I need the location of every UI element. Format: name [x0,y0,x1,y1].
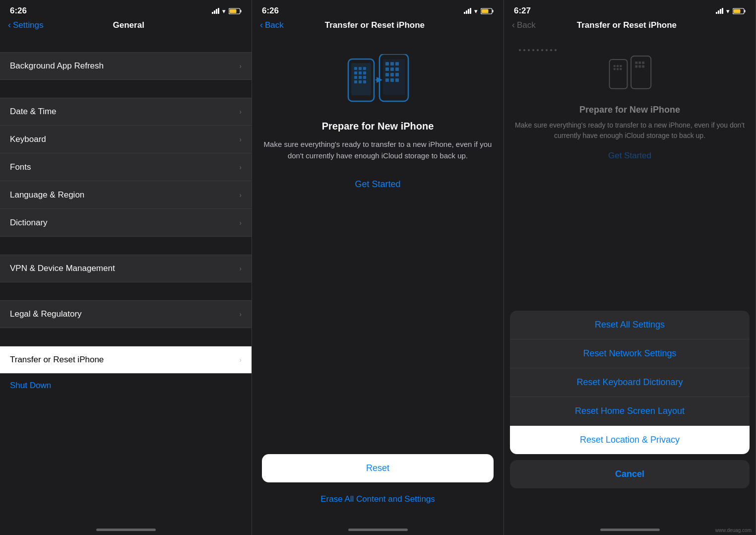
bg-transfer-icon [608,55,652,95]
shut-down-link[interactable]: Shut Down [10,381,51,390]
transfer-main: Prepare for New iPhone Make sure everyth… [252,34,504,454]
svg-rect-42 [617,68,619,70]
list-item-dictionary[interactable]: Dictionary › [0,209,252,237]
home-indicator-1 [0,518,252,535]
reset-all-settings-label: Reset All Settings [595,320,665,330]
svg-rect-13 [363,71,366,74]
dot-4 [532,49,534,51]
list-item-language[interactable]: Language & Region › [0,181,252,209]
section-transfer: Transfer or Reset iPhone › [0,346,252,374]
list-item-keyboard[interactable]: Keyboard › [0,126,252,153]
cancel-button[interactable]: Cancel [510,460,750,488]
reset-home-screen-item[interactable]: Reset Home Screen Layout [510,397,750,426]
panel-reset-menu: 6:27 ▾ ‹ Back Transfer or Reset iPhone [504,0,756,535]
list-gap-1 [0,80,252,98]
reset-home-screen-label: Reset Home Screen Layout [575,406,685,416]
svg-rect-11 [354,71,357,74]
erase-link[interactable]: Erase All Content and Settings [262,490,494,508]
svg-rect-41 [613,68,615,70]
reset-location-privacy-item[interactable]: Reset Location & Privacy [510,426,750,454]
wifi-icon-1: ▾ [222,7,226,15]
status-bar-2: 6:26 ▾ [252,0,504,18]
bg-get-started: Get Started [608,151,651,161]
list-gap-3 [0,282,252,300]
back-label-2: Back [265,20,284,30]
panel-transfer: 6:26 ▾ ‹ Back Transfer or Reset iPhone [252,0,504,535]
svg-rect-1 [241,10,242,12]
svg-rect-25 [385,67,389,71]
list-gap-4 [0,328,252,346]
svg-rect-27 [395,67,399,71]
cancel-sheet: Cancel [510,460,750,488]
content-2: Prepare for New iPhone Make sure everyth… [252,34,504,518]
svg-rect-39 [617,65,619,67]
list-item-bg-refresh[interactable]: Background App Refresh › [0,52,252,80]
dot-8 [550,49,552,51]
back-button-2[interactable]: ‹ Back [260,20,284,30]
svg-rect-49 [638,66,641,68]
erase-link-text: Erase All Content and Settings [320,494,435,504]
svg-rect-31 [385,78,389,82]
svg-rect-38 [613,65,615,67]
status-icons-3: ▾ [716,7,746,15]
battery-icon-2 [481,8,494,14]
list-item-fonts[interactable]: Fonts › [0,153,252,181]
chevron-legal: › [239,310,242,318]
transfer-icon-area [346,54,410,109]
nav-bar-2: ‹ Back Transfer or Reset iPhone [252,18,504,34]
list-item-text-datetime: Date & Time [10,107,57,117]
get-started-button[interactable]: Get Started [355,175,400,194]
dot-9 [555,49,557,51]
list-item-datetime[interactable]: Date & Time › [0,98,252,126]
status-time-1: 6:26 [10,6,27,16]
dots-row [519,49,557,51]
section-bg-refresh: Background App Refresh › [0,52,252,80]
reset-keyboard-item[interactable]: Reset Keyboard Dictionary [510,368,750,397]
back-label-3: Back [517,20,536,30]
bg-icon-area [608,55,652,97]
dot-2 [523,49,525,51]
svg-rect-37 [609,60,627,89]
svg-rect-10 [363,67,366,70]
reset-button-label: Reset [366,463,389,473]
reset-location-privacy-label: Reset Location & Privacy [580,435,680,445]
list-item-transfer[interactable]: Transfer or Reset iPhone › [0,346,252,374]
svg-rect-14 [354,76,357,79]
svg-rect-40 [620,65,622,67]
svg-rect-5 [482,9,489,13]
svg-rect-48 [635,66,637,68]
reset-all-settings-item[interactable]: Reset All Settings [510,311,750,339]
back-button-3[interactable]: ‹ Back [512,20,536,30]
nav-title-3: Transfer or Reset iPhone [536,20,718,30]
dot-6 [541,49,543,51]
back-button-1[interactable]: ‹ Settings [8,20,43,30]
svg-rect-9 [359,67,362,70]
reset-network-item[interactable]: Reset Network Settings [510,339,750,368]
svg-rect-12 [359,71,362,74]
status-bar-1: 6:26 ▾ [0,0,252,18]
shut-down-row: Shut Down [0,374,252,398]
svg-rect-23 [390,62,394,66]
wifi-icon-3: ▾ [726,7,730,15]
battery-icon-1 [229,8,242,14]
svg-rect-50 [642,66,644,68]
list-item-legal[interactable]: Legal & Regulatory › [0,300,252,328]
reset-button[interactable]: Reset [262,454,494,482]
list-item-vpn[interactable]: VPN & Device Management › [0,255,252,282]
chevron-vpn: › [239,265,242,272]
reset-options-area: Reset All Settings Reset Network Setting… [510,311,750,488]
svg-rect-15 [359,76,362,79]
svg-rect-26 [390,67,394,71]
list-item-text-keyboard: Keyboard [10,134,46,144]
list-item-text-transfer: Transfer or Reset iPhone [10,355,104,365]
dot-7 [546,49,548,51]
signal-icon-2 [464,8,471,14]
svg-rect-29 [390,73,394,76]
chevron-keyboard: › [239,135,242,143]
signal-icon-3 [716,8,723,14]
nav-title-1: General [43,20,214,30]
chevron-language: › [239,191,242,199]
list-gap-2 [0,237,252,255]
svg-rect-22 [385,62,389,66]
home-bar-1 [96,529,156,531]
